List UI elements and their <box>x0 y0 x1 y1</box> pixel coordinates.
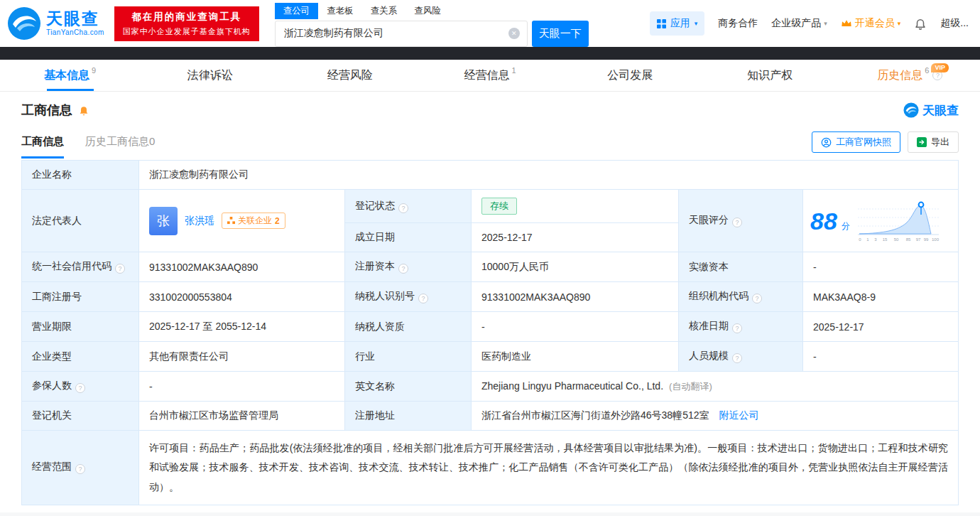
field-value-insured-count: - <box>139 372 345 402</box>
super-vip-link[interactable]: 超级... <box>940 17 969 30</box>
field-label-text: 注册资本 <box>355 260 395 272</box>
tab-operation-info[interactable]: 经营信息 1 <box>420 60 560 91</box>
tab-intellectual-property[interactable]: 知识产权 <box>700 60 840 91</box>
field-value-business-term: 2025-12-17 至 2055-12-14 <box>139 312 345 342</box>
business-info-table: 企业名称 浙江凌愈制药有限公司 法定代表人 张 张洪瑶 关联企业 <box>21 160 959 505</box>
official-snapshot-button[interactable]: 工商官网快照 <box>812 131 900 153</box>
help-icon[interactable]: ? <box>398 264 408 274</box>
search-input[interactable] <box>276 21 527 46</box>
page-title: 工商信息 <box>21 102 72 119</box>
field-label-text: 组织机构代码 <box>689 290 748 301</box>
open-vip-label: 开通会员 <box>855 17 895 30</box>
search-tab-boss[interactable]: 查老板 <box>318 3 362 19</box>
help-icon[interactable]: ? <box>75 464 85 474</box>
legal-rep-name-link[interactable]: 张洪瑶 <box>185 215 214 227</box>
field-label-text: 统一社会信用代码 <box>32 260 111 272</box>
super-vip-label: 超级... <box>940 17 969 30</box>
open-vip-menu[interactable]: 开通会员 ▾ <box>841 17 901 30</box>
help-icon[interactable]: ? <box>732 353 742 363</box>
tab-operation-risk[interactable]: 经营风险 <box>280 60 420 91</box>
tab-intellectual-property-label: 知识产权 <box>747 68 793 83</box>
logo-title: 天眼查 <box>46 11 104 27</box>
tianyancha-watermark-icon <box>903 102 919 118</box>
help-icon[interactable]: ? <box>732 217 742 227</box>
field-value-legal-rep: 张 张洪瑶 关联企业 2 <box>139 190 345 252</box>
field-label-text: 经营范围 <box>32 461 72 472</box>
search-tabs: 查公司 查老板 查关系 查风险 <box>275 4 589 19</box>
business-cooperation-link[interactable]: 商务合作 <box>718 17 758 30</box>
field-label-business-term: 营业期限 <box>22 312 139 342</box>
tab-history-info[interactable]: 历史信息 6 ? VIP <box>840 60 980 91</box>
svg-text:100: 100 <box>932 237 940 242</box>
help-icon[interactable]: ? <box>418 294 428 303</box>
nearby-companies-link[interactable]: 附近公司 <box>719 409 759 421</box>
tab-operation-risk-label: 经营风险 <box>327 68 373 83</box>
tianyancha-logo[interactable]: 天眼查 TianYanCha.com <box>7 6 104 41</box>
related-companies-badge[interactable]: 关联企业 2 <box>222 213 285 229</box>
snapshot-icon <box>821 137 832 148</box>
svg-text:85: 85 <box>905 237 910 242</box>
field-label-text: 参保人数 <box>32 380 72 391</box>
tab-company-development[interactable]: 公司发展 <box>560 60 700 91</box>
svg-text:15: 15 <box>882 237 887 242</box>
search-area: 查公司 查老板 查关系 查风险 ✕ 天眼一下 <box>275 1 589 47</box>
apps-menu[interactable]: 应用 ▾ <box>650 11 705 36</box>
tianyan-score-cell: 88 分 0 1 <box>803 190 959 252</box>
apps-menu-label: 应用 <box>670 17 690 30</box>
reg-address-text: 浙江省台州市椒江区海门街道外沙路46号38幢512室 <box>481 409 709 421</box>
field-value-reg-capital: 10000万人民币 <box>472 252 679 282</box>
tianyan-score-value: 88 <box>810 209 837 233</box>
export-label: 导出 <box>931 136 949 149</box>
field-value-reg-address: 浙江省台州市椒江区海门街道外沙路46号38幢512室附近公司 <box>472 402 959 431</box>
tianyancha-logo-icon <box>7 6 41 41</box>
search-tab-risk[interactable]: 查风险 <box>405 3 450 19</box>
related-companies-label: 关联企业 <box>238 215 272 227</box>
search-tab-relation[interactable]: 查关系 <box>362 3 406 19</box>
subtab-business-info[interactable]: 工商信息 <box>21 127 64 158</box>
enterprise-products-menu[interactable]: 企业级产品 ▾ <box>771 17 827 30</box>
field-label-text: 人员规模 <box>689 350 729 361</box>
field-label-text: 核准日期 <box>689 320 729 331</box>
help-icon[interactable]: ? <box>75 383 85 393</box>
tab-basic-info[interactable]: 基本信息 9 <box>0 60 140 91</box>
help-icon[interactable]: ? <box>115 264 125 274</box>
field-label-reg-status: 登记状态? <box>345 190 472 223</box>
field-value-establish-date: 2025-12-17 <box>472 223 679 252</box>
field-value-credit-code: 91331002MAK3AAQ890 <box>139 252 345 282</box>
tab-operation-info-count: 1 <box>511 66 516 75</box>
tab-operation-info-label: 经营信息 <box>464 68 509 83</box>
subscribe-bell-icon[interactable] <box>78 104 89 116</box>
top-header: 天眼查 TianYanCha.com 都在用的商业查询工具 国家中小企业发展子基… <box>0 0 980 47</box>
field-value-approval-date: 2025-12-17 <box>803 312 959 342</box>
help-icon[interactable]: ? <box>398 203 408 213</box>
promo-line2: 国家中小企业发展子基金旗下机构 <box>123 26 251 37</box>
field-label-reg-authority: 登记机关 <box>22 402 139 431</box>
table-row: 参保人数? - 英文名称 Zhejiang Lingyu Pharmaceuti… <box>22 372 959 402</box>
table-row: 企业名称 浙江凌愈制药有限公司 <box>22 161 959 190</box>
table-row: 登记机关 台州市椒江区市场监督管理局 注册地址 浙江省台州市椒江区海门街道外沙路… <box>22 402 959 431</box>
legal-rep-avatar[interactable]: 张 <box>149 207 178 235</box>
search-button[interactable]: 天眼一下 <box>532 21 589 47</box>
vip-badge: VIP <box>931 63 949 72</box>
field-value-staff-size: - <box>803 342 959 372</box>
field-value-reg-number: 331002000553804 <box>139 282 345 312</box>
clear-search-icon[interactable]: ✕ <box>508 28 520 39</box>
table-actions: 工商官网快照 导出 <box>812 131 959 158</box>
field-value-taxpayer-quality: - <box>472 312 679 342</box>
english-name-text: Zhejiang Lingyu Pharmaceutical Co., Ltd. <box>481 380 663 392</box>
notification-bell-icon[interactable] <box>914 17 927 30</box>
field-label-company-name: 企业名称 <box>22 161 139 190</box>
help-icon[interactable]: ? <box>732 323 742 333</box>
tianyancha-watermark: 天眼查 <box>903 102 959 119</box>
export-button[interactable]: 导出 <box>908 131 959 153</box>
tab-legal-proceedings[interactable]: 法律诉讼 <box>140 60 280 91</box>
crown-icon <box>841 19 852 28</box>
subtab-history-business-info[interactable]: 历史工商信息0 <box>85 127 155 158</box>
help-icon[interactable]: ? <box>752 294 762 303</box>
tab-history-info-label: 历史信息 <box>877 68 922 83</box>
field-value-english-name: Zhejiang Lingyu Pharmaceutical Co., Ltd.… <box>472 372 959 402</box>
svg-text:3: 3 <box>874 237 877 242</box>
field-label-credit-code: 统一社会信用代码? <box>22 252 139 282</box>
field-value-company-type: 其他有限责任公司 <box>139 342 345 372</box>
search-tab-company[interactable]: 查公司 <box>275 3 319 19</box>
